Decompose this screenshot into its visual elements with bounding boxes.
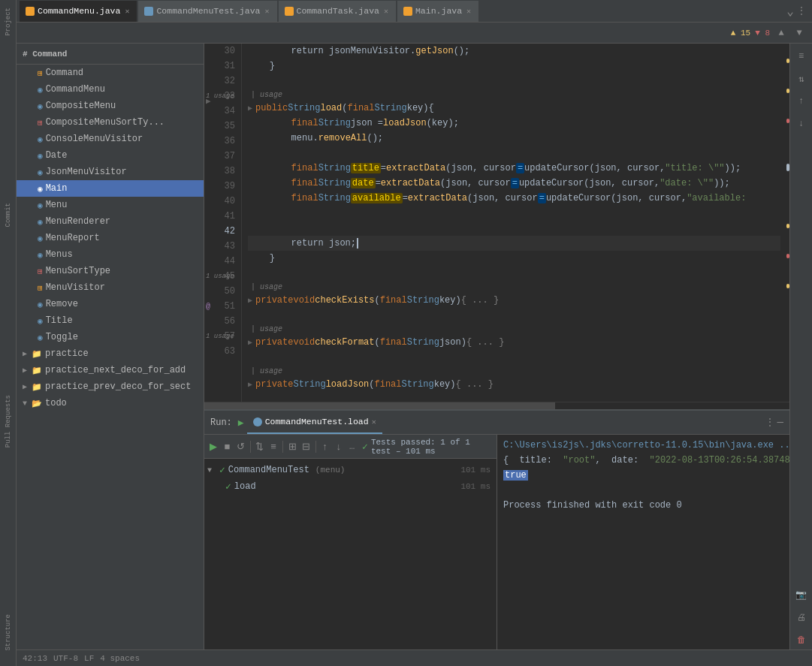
right-icon-2[interactable]: ⇅	[792, 69, 811, 89]
code-line-32	[248, 74, 780, 89]
suite-expand-icon: ▼	[207, 466, 216, 475]
fold-btn-51[interactable]: ▶	[248, 338, 252, 347]
tree-item-toggle[interactable]: ◉ Toggle	[17, 329, 204, 345]
horizontal-scrollbar[interactable]	[204, 402, 789, 409]
tree-item-menu[interactable]: ◉ Menu	[17, 197, 204, 213]
tab-bar: CommandMenu.java ✕ CommandMenuTest.java …	[17, 0, 812, 23]
tree-item-menurenderer[interactable]: ◉ MenuRenderer	[17, 213, 204, 230]
tree-item-title[interactable]: ◉ Title	[17, 312, 204, 329]
scroll-indicators	[780, 44, 789, 402]
fold-btn-57[interactable]: ▶	[248, 380, 252, 389]
run-minimize-btn[interactable]: ─	[777, 417, 783, 429]
tree-label-practice: practice	[45, 348, 89, 359]
tree-folder-todo[interactable]: ▼ 📂 todo	[17, 395, 204, 411]
tree-item-menuvisitor[interactable]: ⊞ MenuVisitor	[17, 279, 204, 296]
tab-close-commandmenutest[interactable]: ✕	[263, 6, 270, 17]
toggle-icon: ◉	[38, 333, 43, 342]
structure-label[interactable]: Structure	[5, 608, 12, 657]
tree-folder-practice-prev[interactable]: ▶ 📁 practice_prev_deco_for_sect	[17, 378, 204, 395]
fold-btn-45[interactable]: ▶	[248, 296, 252, 305]
rerun-btn[interactable]: ↺	[235, 438, 247, 455]
project-label[interactable]: Project	[5, 2, 12, 42]
collapse-all-btn[interactable]: ⊟	[300, 438, 312, 455]
tab-close-main[interactable]: ✕	[465, 6, 472, 17]
right-icon-1[interactable]: ≡	[792, 47, 811, 66]
code-line-51-usage: | usage	[248, 323, 780, 335]
status-line-col[interactable]: 42:13	[23, 654, 47, 663]
code-line-35: menu.removeAll();	[248, 131, 780, 146]
expand-all-btn[interactable]: ⊞	[286, 438, 298, 455]
usage-45: 1 usage	[206, 273, 234, 280]
more-tabs[interactable]: ⋮	[797, 5, 806, 17]
tab-icon-commandtask	[285, 7, 294, 16]
warning-count[interactable]: ▲ 15	[731, 29, 750, 38]
tree-label-menusorttype: MenuSortType	[46, 266, 110, 276]
error-count[interactable]: ▼ 8	[755, 29, 770, 38]
nav-down-btn[interactable]: ▼	[792, 26, 806, 40]
tree-item-consolemenuvisitor[interactable]: ◉ ConsoleMenuVisitor	[17, 131, 204, 147]
scrollbar-thumb[interactable]	[204, 402, 555, 409]
right-icon-3[interactable]: ↑	[792, 92, 811, 111]
tab-main[interactable]: Main.java ✕	[397, 1, 479, 22]
tree-item-menus[interactable]: ◉ Menus	[17, 246, 204, 263]
tree-label-menureport: MenuReport	[46, 233, 100, 243]
tree-item-commandmenu[interactable]: ◉ CommandMenu	[17, 81, 204, 98]
pullreq-label[interactable]: Pull Requests	[5, 389, 12, 454]
tree-item-remove[interactable]: ◉ Remove	[17, 296, 204, 312]
tree-item-date[interactable]: ◉ Date	[17, 147, 204, 164]
tree-item-compositemenu[interactable]: ◉ CompositeMenu	[17, 98, 204, 114]
run-label: Run:	[210, 417, 232, 428]
run-more-btn[interactable]: ⋮	[765, 417, 774, 428]
tab-close-commandtask[interactable]: ✕	[382, 6, 390, 17]
run-tab-close[interactable]: ✕	[372, 417, 376, 426]
tree-label-consolemenuvisitor: ConsoleMenuVisitor	[46, 134, 143, 144]
run-ellipsis[interactable]: …	[349, 441, 355, 452]
right-icon-delete[interactable]: 🗑	[792, 630, 811, 649]
tab-commandmenu[interactable]: CommandMenu.java ✕	[20, 1, 137, 22]
tab-commandmenutest[interactable]: CommandMenuTest.java ✕	[138, 1, 277, 22]
console-path: C:\Users\is2js\.jdks\corretto-11.0.15\bi…	[503, 440, 789, 451]
right-icon-camera[interactable]: 📷	[792, 585, 811, 604]
status-indent[interactable]: 4 spaces	[100, 654, 140, 663]
run-suite-item[interactable]: ▼ ✓ CommandMenuTest (menu) 101 ms	[204, 462, 497, 478]
code-line-57: ▶ private String loadJson(final String k…	[248, 377, 780, 392]
run-test-item[interactable]: ✓ load 101 ms	[204, 478, 497, 495]
tree-item-main[interactable]: ◉ Main	[17, 180, 204, 197]
stop-btn[interactable]: ■	[221, 438, 233, 455]
project-panel: # Command ⊞ Command ◉ CommandMenu	[17, 44, 204, 649]
right-icon-printer[interactable]: 🖨	[792, 607, 811, 627]
ln-37: 37	[204, 149, 241, 164]
nav-up-run-btn[interactable]: ↑	[318, 438, 331, 455]
tree-folder-practice[interactable]: ▶ 📁 practice	[17, 345, 204, 362]
code-line-36	[248, 146, 780, 161]
run-btn[interactable]: ▶	[207, 438, 219, 455]
tab-close-commandmenu[interactable]: ✕	[123, 6, 131, 17]
run-tab-commandmenutest[interactable]: CommandMenuTest.load ✕	[247, 411, 382, 434]
nav-up-btn[interactable]: ▲	[774, 26, 788, 40]
commit-label[interactable]: Commit	[5, 197, 12, 233]
sort-btn[interactable]: ⇅	[254, 438, 266, 455]
code-editor[interactable]: 30 31 32 1 usage 33 ▶ 34 35 36 37 38	[204, 44, 789, 402]
tree-item-menureport[interactable]: ◉ MenuReport	[17, 230, 204, 246]
right-icon-4[interactable]: ↓	[792, 114, 811, 134]
code-content[interactable]: return jsonMenuVisitor.getJson(); } | us…	[242, 44, 780, 402]
tab-icon-commandmenu	[26, 7, 35, 16]
tree-folder-practice-next[interactable]: ▶ 📁 practice_next_deco_for_add	[17, 362, 204, 378]
code-line-45: ▶ private void checkExists(final String …	[248, 293, 780, 308]
tree-item-menusorttype[interactable]: ⊞ MenuSortType	[17, 263, 204, 279]
fold-btn-33[interactable]: ▶	[248, 104, 252, 113]
nav-down-run-btn[interactable]: ↓	[333, 438, 345, 455]
err-indicator-1	[786, 119, 789, 123]
run-tree: ▼ ✓ CommandMenuTest (menu) 101 ms ✓ load	[204, 459, 497, 649]
text-cursor	[357, 238, 364, 249]
tree-item-command[interactable]: ⊞ Command	[17, 65, 204, 81]
status-lf[interactable]: LF	[84, 654, 94, 663]
warn-indicator-4	[786, 284, 789, 288]
tree-item-jsonmenuvisitor[interactable]: ◉ JsonMenuVisitor	[17, 164, 204, 180]
tree-item-compositemenusortty[interactable]: ⊞ CompositeMenuSortTy...	[17, 114, 204, 131]
filter-btn[interactable]: ≡	[267, 438, 279, 455]
scroll-tabs-down[interactable]: ⌄	[786, 4, 794, 19]
practiceprev-folder-icon: 📁	[32, 382, 42, 392]
status-encoding[interactable]: UTF-8	[53, 654, 78, 663]
tab-commandtask[interactable]: CommandTask.java ✕	[279, 1, 397, 22]
